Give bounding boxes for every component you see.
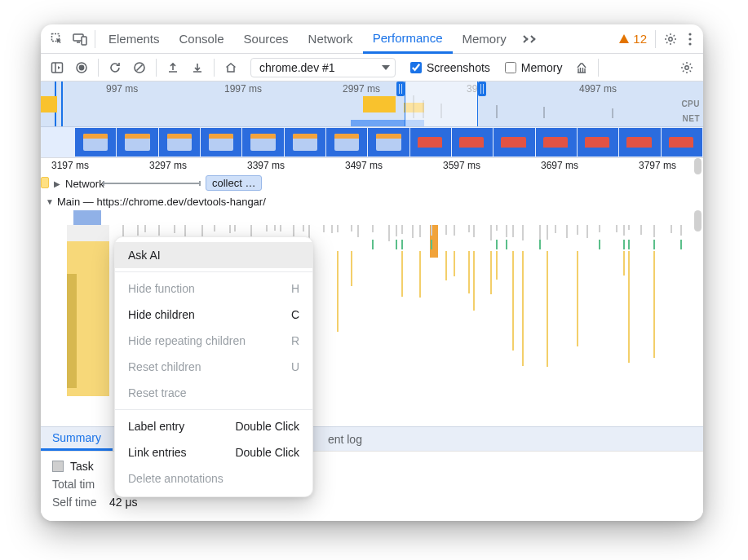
menu-item-label: Ask AI xyxy=(128,249,161,262)
screenshots-checkbox[interactable]: Screenshots xyxy=(410,61,490,74)
menu-item: Hide functionH xyxy=(115,276,312,302)
disclosure-triangle-icon[interactable]: ▼ xyxy=(46,197,54,206)
filmstrip-frame[interactable] xyxy=(452,128,493,157)
memory-checkbox[interactable]: Memory xyxy=(505,61,563,74)
network-range-indicator xyxy=(103,181,201,186)
filmstrip-frame[interactable] xyxy=(326,128,367,157)
menu-item-shortcut: Double Click xyxy=(235,420,299,433)
separator xyxy=(655,30,656,48)
flame-tick xyxy=(337,225,339,232)
flame-tick xyxy=(351,251,352,286)
disclosure-triangle-icon[interactable]: ▶ xyxy=(54,179,62,188)
filmstrip-frame[interactable] xyxy=(159,128,200,157)
download-button[interactable] xyxy=(186,56,209,79)
flame-tick xyxy=(331,225,333,233)
more-tabs-button[interactable] xyxy=(516,34,544,44)
task-title-text: Task xyxy=(70,460,94,473)
tab-performance[interactable]: Performance xyxy=(363,24,453,54)
menu-item[interactable]: Label entryDouble Click xyxy=(115,413,312,439)
menu-item[interactable]: Link entriesDouble Click xyxy=(115,439,312,465)
tab-network[interactable]: Network xyxy=(299,24,363,54)
filmstrip-frame[interactable] xyxy=(285,128,325,157)
filmstrip-frame[interactable] xyxy=(410,128,451,157)
capture-settings-icon[interactable] xyxy=(675,56,698,79)
flame-tick xyxy=(680,240,682,249)
flame-block[interactable] xyxy=(67,225,109,396)
warnings-badge[interactable]: 12 xyxy=(613,32,652,46)
menu-item-label: Reset trace xyxy=(128,386,187,399)
upload-button[interactable] xyxy=(162,56,184,79)
overview-window-handle-right[interactable] xyxy=(478,82,486,96)
flame-tick xyxy=(496,251,498,280)
menu-item[interactable]: Ask AI xyxy=(115,242,312,268)
tab-event-log[interactable]: ent log xyxy=(316,427,374,451)
menu-item[interactable]: Hide childrenC xyxy=(115,302,312,328)
tab-elements[interactable]: Elements xyxy=(99,24,170,54)
tab-sources[interactable]: Sources xyxy=(234,24,299,54)
overview-window-handle-left[interactable] xyxy=(396,82,405,96)
flame-tick xyxy=(229,225,231,233)
overview-selection-window[interactable] xyxy=(405,82,478,126)
flame-tick xyxy=(396,225,397,236)
separator xyxy=(156,59,157,77)
flame-tick xyxy=(308,225,310,238)
track-color-swatch xyxy=(41,177,49,188)
filmstrip-frame[interactable] xyxy=(662,128,702,157)
scrollbar-thumb[interactable] xyxy=(694,158,702,174)
filmstrip-frame[interactable] xyxy=(578,128,618,157)
garbage-collect-icon[interactable] xyxy=(570,56,593,79)
kebab-menu-icon[interactable] xyxy=(682,28,698,51)
task-color-swatch xyxy=(52,461,64,472)
filmstrip-frame[interactable] xyxy=(117,128,157,157)
screenshots-checkbox-input[interactable] xyxy=(410,62,422,73)
tab-console[interactable]: Console xyxy=(170,24,234,54)
network-entry-collect[interactable]: collect … xyxy=(206,175,262,191)
svg-rect-2 xyxy=(82,37,86,45)
toggle-panel-icon[interactable] xyxy=(46,56,69,79)
inspect-icon[interactable] xyxy=(46,28,69,51)
flame-block[interactable] xyxy=(67,274,77,388)
record-button[interactable] xyxy=(70,56,93,79)
chevron-down-icon xyxy=(382,65,390,70)
self-time-value: 42 μs xyxy=(109,496,138,509)
overview-tick: 997 ms xyxy=(106,83,138,95)
filmstrip-frame[interactable] xyxy=(75,128,116,157)
flame-tick xyxy=(640,225,642,235)
clear-button[interactable] xyxy=(128,56,151,79)
main-track-header[interactable]: ▼ Main — https://chrome.dev/devtools-han… xyxy=(41,192,703,210)
selected-task-block[interactable] xyxy=(73,210,101,225)
flame-tick xyxy=(144,225,146,232)
flame-tick xyxy=(496,240,498,249)
flame-tick xyxy=(412,225,414,238)
menu-item: Hide repeating childrenR xyxy=(115,328,312,354)
home-icon[interactable] xyxy=(219,56,242,79)
flame-tick xyxy=(473,251,475,311)
flame-tick xyxy=(616,225,617,232)
scrollbar-thumb[interactable] xyxy=(694,210,702,231)
network-track-header[interactable]: ▶ Network collect … xyxy=(41,174,703,192)
total-time-label: Total tim xyxy=(52,478,95,491)
menu-item-shortcut: U xyxy=(291,360,299,373)
filmstrip-frame[interactable] xyxy=(201,128,241,157)
filmstrip-frame[interactable] xyxy=(242,128,283,157)
flame-tick xyxy=(431,240,432,249)
tab-summary[interactable]: Summary xyxy=(41,427,113,451)
recording-select[interactable]: chrome.dev #1 xyxy=(250,58,396,77)
menu-item-shortcut: C xyxy=(291,308,299,321)
ruler-tick: 3797 ms xyxy=(639,160,676,171)
filmstrip-frame[interactable] xyxy=(494,128,534,157)
reload-button[interactable] xyxy=(104,56,126,79)
main-track-label: Main — https://chrome.dev/devtools-hanga… xyxy=(57,196,266,208)
self-time-label: Self time xyxy=(52,496,96,509)
timeline-overview[interactable]: 997 ms 1997 ms 2997 ms 39 4997 ms CPU NE… xyxy=(41,82,703,127)
filmstrip-frame[interactable] xyxy=(619,128,660,157)
device-toolbar-icon[interactable] xyxy=(69,28,91,51)
screenshot-filmstrip[interactable] xyxy=(41,127,703,158)
tab-memory[interactable]: Memory xyxy=(453,24,516,54)
settings-icon[interactable] xyxy=(659,28,682,51)
filmstrip-frame[interactable] xyxy=(536,128,577,157)
flame-tick xyxy=(623,225,625,236)
filmstrip-frame[interactable] xyxy=(368,128,409,157)
flame-tick xyxy=(266,225,268,231)
memory-checkbox-input[interactable] xyxy=(505,62,516,73)
